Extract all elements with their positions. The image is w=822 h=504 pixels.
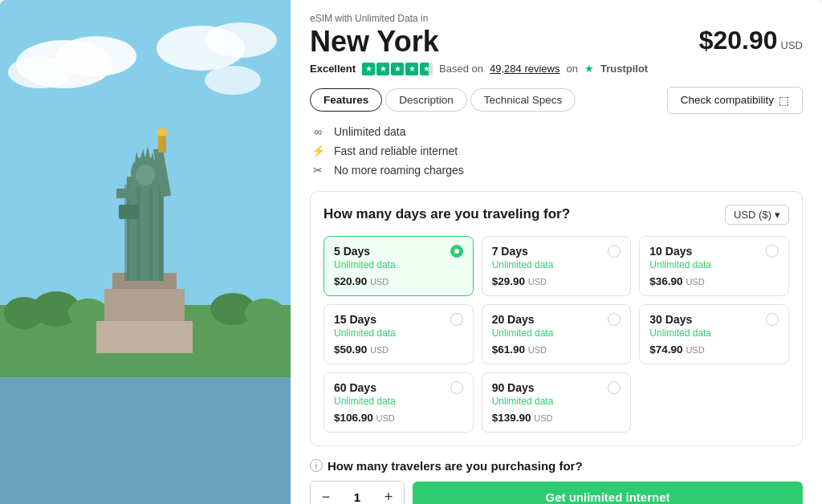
svg-rect-19 — [136, 181, 140, 281]
days-grid: 5 Days Unlimited data $20.90 USD 7 Days … — [324, 236, 789, 433]
price-currency: USD — [781, 39, 803, 51]
infinity-icon: ∞ — [310, 125, 326, 138]
travelers-title-text: How many travelers are you purchasing fo… — [328, 459, 583, 473]
day-radio — [766, 313, 779, 326]
day-price-currency: USD — [528, 277, 547, 287]
day-label: 7 Days — [492, 245, 528, 258]
rating-row: Excellent ★ ★ ★ ★ ★ Based on 49,284 revi… — [310, 63, 803, 75]
chevron-down-icon: ▾ — [775, 209, 780, 221]
on-text: on — [566, 63, 577, 75]
check-compat-icon: ⬚ — [779, 94, 789, 107]
day-label: 20 Days — [492, 313, 535, 326]
travelers-section: i How many travelers are you purchasing … — [310, 459, 803, 504]
day-card-10-days[interactable]: 10 Days Unlimited data $36.90 USD — [639, 236, 789, 296]
day-price-currency: USD — [534, 413, 552, 423]
quantity-plus-button[interactable]: + — [373, 482, 404, 504]
travelers-title: i How many travelers are you purchasing … — [310, 459, 803, 473]
svg-point-3 — [8, 56, 72, 88]
day-card-90-days[interactable]: 90 Days Unlimited data $139.90 USD — [482, 372, 632, 433]
day-data-label: Unlimited data — [492, 327, 621, 339]
product-image-section — [0, 0, 291, 504]
day-radio — [608, 245, 621, 258]
day-price: $74.90 USD — [649, 343, 779, 356]
day-card-header: 15 Days — [334, 313, 463, 326]
destination-image — [0, 0, 291, 504]
days-title: How many days are you traveling for? — [324, 206, 570, 222]
feature-text-3: No more roaming charges — [334, 164, 464, 177]
day-card-header: 90 Days — [492, 381, 621, 394]
star-1: ★ — [362, 63, 375, 75]
day-data-label: Unlimited data — [492, 396, 621, 407]
day-card-header: 30 Days — [649, 313, 779, 326]
price-block: $20.90 USD — [699, 26, 803, 55]
day-label: 90 Days — [492, 381, 535, 394]
day-card-5-days[interactable]: 5 Days Unlimited data $20.90 USD — [324, 236, 474, 296]
day-card-7-days[interactable]: 7 Days Unlimited data $29.90 USD — [482, 236, 632, 296]
day-label: 60 Days — [334, 381, 376, 394]
svg-point-6 — [205, 66, 261, 95]
feature-fast-internet: ⚡ Fast and reliable internet — [310, 144, 803, 157]
day-price: $29.90 USD — [492, 275, 621, 287]
star-4: ★ — [405, 63, 418, 75]
days-section: How many days are you traveling for? USD… — [310, 191, 803, 446]
day-card-header: 7 Days — [492, 245, 621, 258]
check-compat-label: Check compatibility — [681, 94, 774, 106]
day-data-label: Unlimited data — [649, 259, 779, 270]
review-count[interactable]: 49,284 reviews — [490, 63, 560, 75]
no-roaming-icon: ✂ — [310, 164, 326, 177]
svg-point-5 — [205, 22, 277, 58]
product-card: eSIM with Unlimited Data in New York $20… — [0, 0, 822, 504]
day-price-currency: USD — [370, 345, 389, 355]
feature-unlimited-data: ∞ Unlimited data — [310, 125, 803, 138]
day-price-currency: USD — [528, 345, 547, 355]
day-price: $36.90 USD — [649, 275, 779, 287]
tab-technical-specs[interactable]: Technical Specs — [470, 88, 576, 112]
day-card-15-days[interactable]: 15 Days Unlimited data $50.90 USD — [324, 304, 474, 364]
day-radio — [450, 245, 463, 258]
tab-description[interactable]: Description — [385, 88, 467, 112]
day-card-20-days[interactable]: 20 Days Unlimited data $61.90 USD — [482, 304, 632, 364]
stars-container: ★ ★ ★ ★ ★ — [362, 63, 433, 75]
day-label: 5 Days — [334, 245, 370, 258]
get-internet-button[interactable]: Get unlimited internet — [413, 482, 803, 504]
product-content: eSIM with Unlimited Data in New York $20… — [291, 0, 822, 504]
features-list: ∞ Unlimited data ⚡ Fast and reliable int… — [310, 125, 803, 177]
currency-dropdown[interactable]: USD ($) ▾ — [725, 205, 789, 225]
day-price: $50.90 USD — [334, 343, 463, 356]
quantity-value: 1 — [341, 490, 373, 504]
tabs-container: Features Description Technical Specs — [310, 88, 576, 112]
day-card-30-days[interactable]: 30 Days Unlimited data $74.90 USD — [639, 304, 789, 364]
quantity-control: − 1 + — [310, 481, 405, 504]
rating-label: Excellent — [310, 63, 356, 75]
svg-rect-20 — [149, 183, 153, 281]
svg-point-13 — [245, 299, 285, 327]
feature-text-2: Fast and reliable internet — [334, 144, 458, 157]
info-icon: i — [310, 459, 323, 472]
svg-rect-16 — [96, 321, 193, 353]
svg-rect-18 — [124, 185, 129, 281]
bolt-icon: ⚡ — [310, 144, 326, 157]
day-data-label: Unlimited data — [649, 327, 779, 339]
day-card-header: 10 Days — [649, 245, 779, 258]
day-price-currency: USD — [376, 413, 395, 423]
day-data-label: Unlimited data — [492, 259, 621, 270]
svg-rect-32 — [119, 205, 139, 219]
day-price: $139.90 USD — [492, 412, 621, 424]
day-radio — [450, 313, 463, 326]
city-title: New York — [310, 26, 439, 58]
svg-rect-22 — [116, 189, 132, 198]
trustpilot-star: ★ — [584, 63, 594, 75]
day-price: $20.90 USD — [334, 275, 463, 287]
day-radio — [608, 381, 621, 394]
quantity-minus-button[interactable]: − — [311, 482, 341, 504]
day-card-header: 20 Days — [492, 313, 621, 326]
day-label: 15 Days — [334, 313, 376, 326]
check-compatibility-button[interactable]: Check compatibility ⬚ — [667, 87, 803, 114]
days-header: How many days are you traveling for? USD… — [324, 205, 789, 225]
tabs-row: Features Description Technical Specs Che… — [310, 87, 803, 114]
day-radio — [608, 313, 621, 326]
day-label: 30 Days — [649, 313, 692, 326]
currency-label: USD ($) — [734, 209, 771, 221]
tab-features[interactable]: Features — [310, 88, 382, 112]
day-card-60-days[interactable]: 60 Days Unlimited data $106.90 USD — [324, 372, 474, 433]
